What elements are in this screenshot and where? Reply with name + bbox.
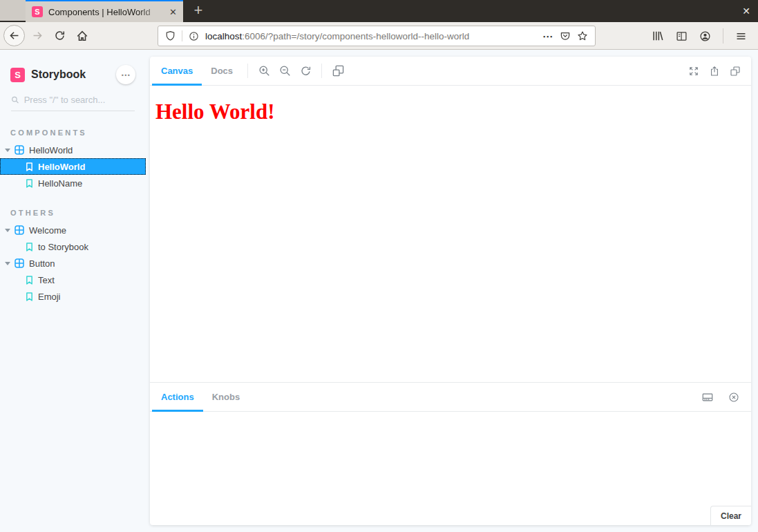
zoom-reset-button[interactable] xyxy=(295,57,316,85)
preview-card: Canvas Docs xyxy=(150,57,751,525)
storybook-app: S Storybook ⋯ COMPONENTS HelloWorld Hell… xyxy=(0,50,758,532)
browser-tab-bar: S Components | HelloWorld ✕ + ✕ xyxy=(0,0,758,22)
component-icon xyxy=(15,225,24,235)
sidebar-story-to-storybook[interactable]: to Storybook xyxy=(0,238,146,255)
window-close-button[interactable]: ✕ xyxy=(742,0,750,22)
sidebar-story-emoji[interactable]: Emoji xyxy=(0,288,146,305)
close-panel-button[interactable] xyxy=(723,392,744,403)
brand-title: Storybook xyxy=(31,68,86,81)
url-bar[interactable]: localhost:6006/?path=/story/components-h… xyxy=(158,26,596,46)
viewport-icon xyxy=(332,65,344,77)
chevron-down-icon xyxy=(5,229,10,232)
bookmark-icon xyxy=(26,292,33,301)
canvas-toolbar-right xyxy=(683,57,751,85)
search-input[interactable] xyxy=(24,95,135,105)
urlbar-divider xyxy=(182,30,182,41)
nav-toolbar-right xyxy=(652,22,758,50)
bookmark-icon xyxy=(26,162,33,171)
toolbar-separator xyxy=(321,64,322,78)
account-icon[interactable] xyxy=(699,30,711,42)
chevron-down-icon xyxy=(5,149,10,152)
share-icon xyxy=(709,66,720,77)
panel-position-button[interactable] xyxy=(697,391,718,403)
story-heading: Hello World! xyxy=(155,99,746,124)
info-icon[interactable] xyxy=(189,31,199,41)
url-text: localhost:6006/?path=/story/components-h… xyxy=(205,31,536,41)
tab-canvas[interactable]: Canvas xyxy=(152,57,202,85)
browser-tab[interactable]: S Components | HelloWorld ✕ xyxy=(26,0,183,22)
window-edge xyxy=(0,0,26,21)
sidebar-component-welcome[interactable]: Welcome xyxy=(0,222,146,238)
shield-icon[interactable] xyxy=(165,30,176,41)
tree-item-label: HelloName xyxy=(38,178,82,189)
zoom-in-icon xyxy=(258,65,270,77)
sidebar-component-helloworld[interactable]: HelloWorld xyxy=(0,142,146,158)
back-arrow-icon xyxy=(8,30,20,41)
new-tab-button[interactable]: + xyxy=(191,0,205,22)
chevron-down-icon xyxy=(5,262,10,265)
tab-close-icon[interactable]: ✕ xyxy=(169,8,177,17)
shortcuts-menu-button[interactable]: ⋯ xyxy=(116,65,135,84)
copy-link-button[interactable] xyxy=(725,66,746,77)
reload-icon xyxy=(54,30,66,41)
story-preview: Hello World! xyxy=(150,86,751,382)
bookmark-icon xyxy=(26,179,33,188)
page-actions-menu[interactable]: ⋯ xyxy=(542,31,553,41)
addons-panel-toolbar-right xyxy=(697,383,751,411)
tab-actions[interactable]: Actions xyxy=(152,383,203,411)
bookmark-icon xyxy=(26,243,33,251)
storybook-favicon: S xyxy=(32,6,43,17)
toolbar-separator xyxy=(247,64,248,78)
zoom-in-button[interactable] xyxy=(254,57,274,85)
tree-item-label: HelloWorld xyxy=(38,162,85,172)
viewport-button[interactable] xyxy=(328,57,348,85)
sidebar-story-helloname[interactable]: HelloName xyxy=(0,175,146,191)
addons-panel: Actions Knobs Clear xyxy=(150,382,751,525)
forward-arrow-icon xyxy=(32,30,44,41)
sidebar-component-button[interactable]: Button xyxy=(0,255,146,272)
url-path: :6006/?path=/story/components-helloworld… xyxy=(242,31,469,41)
back-button[interactable] xyxy=(3,25,25,46)
brand-header: S Storybook ⋯ xyxy=(10,65,135,84)
sidebar-story-helloworld[interactable]: HelloWorld xyxy=(0,158,146,175)
bookmark-star-icon[interactable] xyxy=(577,30,588,41)
component-icon xyxy=(15,258,24,268)
sidebar: S Storybook ⋯ COMPONENTS HelloWorld Hell… xyxy=(0,50,146,532)
actions-panel-body: Clear xyxy=(150,412,751,525)
tab-docs[interactable]: Docs xyxy=(202,57,242,85)
panel-position-icon xyxy=(701,391,714,403)
tab-knobs[interactable]: Knobs xyxy=(203,383,249,411)
hamburger-menu-icon[interactable] xyxy=(735,30,747,42)
copy-icon xyxy=(730,66,741,77)
home-button[interactable] xyxy=(76,30,88,42)
bookmark-icon xyxy=(26,276,33,285)
expand-icon xyxy=(688,66,699,77)
component-icon xyxy=(15,145,24,155)
fullscreen-button[interactable] xyxy=(683,66,704,77)
search-bar[interactable] xyxy=(11,95,135,111)
zoom-out-icon xyxy=(279,65,291,77)
tree-item-label: Welcome xyxy=(29,225,66,236)
section-title-components: COMPONENTS xyxy=(10,129,135,137)
pocket-icon[interactable] xyxy=(560,30,571,41)
library-icon[interactable] xyxy=(652,30,664,42)
url-host: localhost xyxy=(205,31,242,41)
forward-button[interactable] xyxy=(32,30,44,41)
tab-title: Components | HelloWorld xyxy=(48,7,164,17)
toolbar-divider xyxy=(723,28,723,44)
sidebar-story-text[interactable]: Text xyxy=(0,272,146,288)
zoom-out-button[interactable] xyxy=(274,57,295,85)
tree-item-label: Button xyxy=(29,258,55,269)
tree-item-label: to Storybook xyxy=(38,242,88,252)
close-circle-icon xyxy=(728,392,739,403)
tree-item-label: Text xyxy=(38,275,55,285)
addons-panel-toolbar: Actions Knobs xyxy=(150,383,751,412)
reload-button[interactable] xyxy=(54,30,66,41)
tree-item-label: HelloWorld xyxy=(29,145,73,155)
clear-button[interactable]: Clear xyxy=(710,506,751,525)
sidebars-icon[interactable] xyxy=(676,30,688,42)
search-icon xyxy=(11,95,19,104)
home-icon xyxy=(76,30,88,42)
open-canvas-new-tab-button[interactable] xyxy=(704,66,725,77)
section-title-others: OTHERS xyxy=(10,209,135,217)
